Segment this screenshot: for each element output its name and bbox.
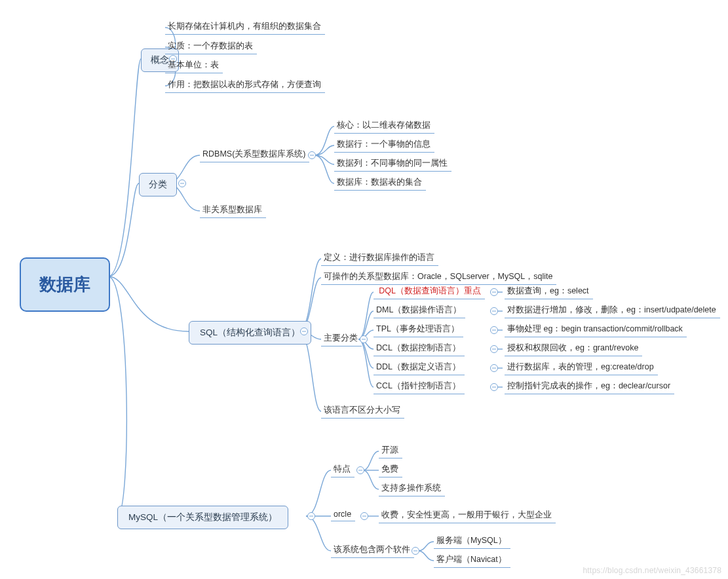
toggle-icon[interactable] (490, 288, 498, 296)
sql-dql[interactable]: DQL（数据查询语言）重点 (374, 284, 485, 299)
sql-dbs: 可操作的关系型数据库：Oracle，SQLserver，MySQL，sqlite (321, 270, 556, 285)
concept-leaf: 实质：一个存数据的表 (165, 39, 257, 54)
branch-sql[interactable]: SQL（结构化查询语言） (189, 321, 311, 345)
rdbms-leaf: 数据行：一个事物的信息 (334, 138, 434, 153)
toggle-icon[interactable] (490, 326, 498, 334)
feature-item: 免费 (379, 462, 402, 477)
sql-main-label[interactable]: 主要分类 (321, 331, 362, 346)
sql-ddl-desc: 进行数据库，表的管理，eg:create/drop (505, 360, 658, 375)
sql-dcl[interactable]: DCL（数据控制语言） (374, 341, 465, 356)
toggle-icon[interactable] (178, 179, 186, 187)
toggle-icon[interactable] (490, 345, 498, 353)
sql-def: 定义：进行数据库操作的语言 (321, 251, 438, 266)
toggle-icon[interactable] (308, 151, 316, 159)
sql-dml[interactable]: DML（数据操作语言） (374, 303, 465, 318)
rdbms-leaf: 数据库：数据表的集合 (334, 176, 426, 191)
feature-item: 开源 (379, 443, 402, 458)
branch-category[interactable]: 分类 (139, 173, 177, 196)
toggle-icon[interactable] (412, 547, 419, 555)
sql-note: 该语言不区分大小写 (321, 403, 404, 419)
oracle-desc: 收费，安全性更高，一般用于银行，大型企业 (379, 508, 556, 523)
software-item: 服务端（MySQL） (434, 534, 510, 549)
toggle-icon[interactable] (490, 307, 498, 315)
feature-item: 支持多操作系统 (379, 481, 445, 496)
concept-leaf: 长期存储在计算机内，有组织的数据集合 (165, 20, 325, 35)
concept-leaf: 基本单位：表 (165, 58, 223, 73)
nonrel-node: 非关系型数据库 (200, 203, 266, 218)
toggle-icon[interactable] (300, 327, 308, 335)
toggle-icon[interactable] (360, 512, 368, 520)
rdbms-leaf: 核心：以二维表存储数据 (334, 119, 434, 134)
root-node[interactable]: 数据库 (20, 257, 110, 312)
rdbms-node[interactable]: RDBMS(关系型数据库系统) (200, 147, 309, 162)
sql-dcl-desc: 授权和权限回收，eg：grant/revoke (505, 341, 642, 356)
software-item: 客户端（Navicat） (434, 553, 510, 568)
sql-ccl-desc: 控制指针完成表的操作，eg：declear/cursor (505, 379, 674, 394)
sql-ccl[interactable]: CCL（指针控制语言） (374, 379, 465, 394)
concept-leaf: 作用：把数据以表的形式存储，方便查询 (165, 78, 325, 93)
sql-dml-desc: 对数据进行增加，修改，删除，eg：insert/udpate/delete (505, 303, 720, 318)
branch-mysql[interactable]: MySQL（一个关系型数据管理系统） (117, 506, 288, 529)
mysql-oracle[interactable]: orcle (331, 508, 355, 521)
sql-ddl[interactable]: DDL（数据定义语言） (374, 360, 465, 375)
toggle-icon[interactable] (307, 512, 315, 520)
sql-tpl-desc: 事物处理 eg：begin transaction/commit/rollbac… (505, 322, 687, 337)
sql-tpl[interactable]: TPL（事务处理语言） (374, 322, 463, 337)
rdbms-leaf: 数据列：不同事物的同一属性 (334, 157, 451, 172)
toggle-icon[interactable] (356, 466, 364, 474)
sql-dql-desc: 数据查询，eg：select (505, 284, 593, 299)
watermark: https://blog.csdn.net/weixin_43661378 (583, 566, 721, 575)
toggle-icon[interactable] (360, 335, 368, 343)
mysql-features[interactable]: 特点 (331, 462, 354, 477)
toggle-icon[interactable] (490, 364, 498, 372)
mysql-software[interactable]: 该系统包含两个软件 (331, 543, 414, 558)
toggle-icon[interactable] (490, 383, 498, 391)
